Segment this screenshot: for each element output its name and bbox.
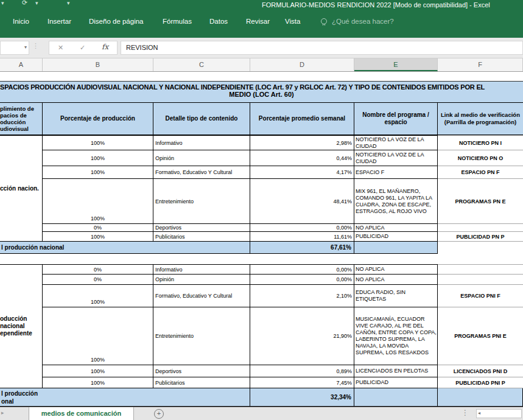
header-nombre-programa-cell[interactable]: Nombre del programa / espacio <box>354 102 438 135</box>
total-label-cell[interactable]: l producción onal <box>0 388 250 407</box>
programa-cell[interactable]: ESPACIO F <box>354 166 438 179</box>
programa-cell[interactable]: NO APLICA <box>354 224 438 232</box>
tell-me-search[interactable]: ¿Qué desea hacer? <box>332 18 394 25</box>
tab-insertar[interactable]: Insertar <box>47 18 71 25</box>
pct-cell[interactable]: 100% <box>43 307 153 365</box>
tipo-cell[interactable]: Opinión <box>153 275 250 285</box>
sheet-nav-arrow-icon[interactable]: ▸ <box>1 410 4 416</box>
scroll-left-icon[interactable]: ◂ <box>478 410 480 416</box>
formula-input[interactable]: REVISION <box>121 41 523 55</box>
header-porcentaje-promedio-cell[interactable]: Porcentaje promedio semanal <box>250 102 354 135</box>
promedio-cell[interactable]: 0,00% <box>250 264 354 275</box>
promedio-cell[interactable]: 0,89% <box>250 365 354 377</box>
programa-cell[interactable]: NO APLICA <box>354 275 438 285</box>
dropdown-icon[interactable]: ▾ <box>35 0 38 6</box>
insert-function-icon[interactable]: fx <box>102 43 108 51</box>
tab-formulas[interactable]: Fórmulas <box>163 18 192 25</box>
programa-cell[interactable]: PUBLICIDAD <box>354 232 438 242</box>
total-value-cell[interactable]: 67,61% <box>250 242 354 254</box>
promedio-cell[interactable]: 0,44% <box>250 150 354 166</box>
column-header-f[interactable]: F <box>438 58 523 71</box>
column-header-e[interactable]: E <box>354 58 438 71</box>
pct-cell[interactable]: 100% <box>43 166 153 179</box>
link-cell[interactable]: LICENCIADOS PNI D <box>438 365 523 377</box>
redo-icon[interactable]: ⟳ <box>22 0 27 7</box>
programa-cell[interactable]: MIX 961, EL MAÑANERO, COMANDO 961, LA YA… <box>354 179 438 224</box>
tab-diseno-de-pagina[interactable]: Diseño de página <box>89 18 144 25</box>
link-cell[interactable]: NOTICIERO PN O <box>438 150 523 166</box>
splitter-dots-icon[interactable]: ⋮ <box>32 42 39 50</box>
section-label-cell[interactable]: cción nacion. <box>0 135 43 242</box>
pct-cell[interactable]: 100% <box>43 365 153 377</box>
table-title-cell[interactable]: SPACIOS PRODUCCIÓN AUDIOVISUAL NACIONAL … <box>0 81 523 102</box>
column-header-a[interactable]: A <box>0 58 43 71</box>
column-header-d[interactable]: D <box>250 58 354 71</box>
horizontal-scrollbar[interactable]: ◂ <box>476 409 522 418</box>
promedio-cell[interactable]: 0,00% <box>250 275 354 285</box>
tipo-cell[interactable]: Deportivos <box>153 365 250 377</box>
add-sheet-icon[interactable]: + <box>154 409 164 419</box>
programa-cell[interactable]: NOTICIERO LA VOZ DE LA CIUDAD <box>354 150 438 166</box>
link-cell[interactable]: PROGRAMAS PNI E <box>438 307 523 365</box>
promedio-cell[interactable]: 48,41% <box>250 179 354 224</box>
tipo-cell[interactable]: Informativo <box>153 135 250 150</box>
sheet-tab-medios-de-comunicacion[interactable]: medios de comunicación <box>29 407 134 420</box>
name-box-dropdown-icon[interactable]: ▾ <box>24 44 27 50</box>
tab-datos[interactable]: Datos <box>209 18 228 25</box>
tab-revisar[interactable]: Revisar <box>246 18 270 25</box>
programa-cell[interactable]: LICENCIADOS EN PELOTAS <box>354 365 438 377</box>
tipo-cell[interactable]: Entretenimiento <box>153 179 250 224</box>
tab-vista[interactable]: Vista <box>285 18 300 25</box>
promedio-cell[interactable]: 2,10% <box>250 285 354 307</box>
column-header-c[interactable]: C <box>153 58 250 71</box>
column-header-b[interactable]: B <box>43 58 153 71</box>
link-cell[interactable]: PUBLICIDAD PN P <box>438 232 523 242</box>
link-cell[interactable]: ESPACIO PNI F <box>438 285 523 307</box>
link-cell[interactable] <box>438 264 523 275</box>
tipo-cell[interactable]: Informativo <box>153 264 250 275</box>
pct-cell[interactable]: 100% <box>43 285 153 307</box>
pct-cell[interactable]: 0% <box>43 264 153 275</box>
promedio-cell[interactable]: 4,17% <box>250 166 354 179</box>
tipo-cell[interactable]: Deportivos <box>153 224 250 232</box>
section-label-cell[interactable]: oducción nacional ependiente <box>0 264 43 388</box>
pct-cell[interactable]: 100% <box>43 150 153 166</box>
promedio-cell[interactable]: 2,98% <box>250 135 354 150</box>
pct-cell[interactable]: 100% <box>43 232 153 242</box>
tipo-cell[interactable]: Formativo, Educativo Y Cultural <box>153 166 250 179</box>
total-empty-cell[interactable] <box>354 388 438 407</box>
promedio-cell[interactable]: 7,45% <box>250 377 354 388</box>
link-cell[interactable]: PUBLICIDAD PNI P <box>438 377 523 388</box>
customize-quick-access-icon[interactable]: ▾ <box>67 0 70 6</box>
total-value-cell[interactable]: 32,34% <box>250 388 354 407</box>
pct-cell[interactable]: 0% <box>43 224 153 232</box>
programa-cell[interactable]: NOTICIERO LA VOZ DE LA CIUDAD <box>354 135 438 150</box>
programa-cell[interactable]: MUSICAMANÍA, ECUADOR VIVE CARAJO, AL PIE… <box>354 307 438 365</box>
promedio-cell[interactable]: 21,90% <box>250 307 354 365</box>
header-detalle-tipo-contenido-cell[interactable]: Detalle tipo de contenido <box>153 102 250 135</box>
tipo-cell[interactable]: Formativo, Educativo Y Cultural <box>153 285 250 307</box>
header-porcentaje-produccion-cell[interactable]: Porcentaje de producción <box>43 102 153 135</box>
tab-inicio[interactable]: Inicio <box>13 18 29 25</box>
link-cell[interactable]: PROGRAMAS PN E <box>438 179 523 224</box>
dropdown-icon[interactable]: ▾ <box>1 0 4 6</box>
total-empty-cell[interactable] <box>438 388 523 407</box>
total-empty-cell[interactable] <box>354 242 438 254</box>
splitter-dots-icon[interactable]: ⋮ <box>462 408 469 417</box>
programa-cell[interactable]: PUBLICIDAD <box>354 377 438 388</box>
pct-cell[interactable]: 100% <box>43 179 153 224</box>
programa-cell[interactable]: EDUCA RADIO, SIN ETIQUETAS <box>354 285 438 307</box>
pct-cell[interactable]: 0% <box>43 275 153 285</box>
tipo-cell[interactable]: Opinión <box>153 150 250 166</box>
promedio-cell[interactable]: 0,00% <box>250 224 354 232</box>
header-cumplimiento-cell[interactable]: plimiento de pacios de oducción udiovisu… <box>0 102 43 135</box>
pct-cell[interactable]: 100% <box>43 135 153 150</box>
tipo-cell[interactable]: Publicitarios <box>153 232 250 242</box>
tipo-cell[interactable]: Publicitarios <box>153 377 250 388</box>
total-empty-cell[interactable] <box>438 242 523 254</box>
tipo-cell[interactable]: Entretenimiento <box>153 307 250 365</box>
header-link-verificacion-cell[interactable]: Link al medio de verificación (Parrilla … <box>438 102 523 135</box>
promedio-cell[interactable]: 11,61% <box>250 232 354 242</box>
name-box[interactable]: ▾ <box>0 41 29 55</box>
accept-icon[interactable]: ✓ <box>80 44 85 52</box>
